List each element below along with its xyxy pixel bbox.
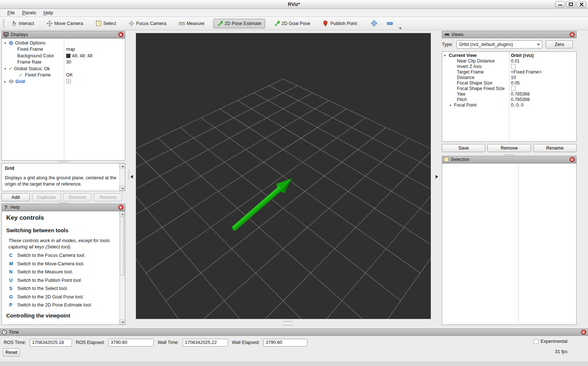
scroll-down-icon[interactable]: [120, 186, 125, 191]
scroll-down-icon[interactable]: [120, 319, 125, 324]
tool-measure[interactable]: Measure: [175, 19, 208, 28]
grid-enabled-checkbox[interactable]: [66, 79, 71, 84]
splitter-handle[interactable]: [283, 321, 292, 322]
tree-row-fixed-frame-status[interactable]: ✓ Fixed Frame OK: [2, 72, 125, 79]
displays-panel-header[interactable]: Displays: [1, 31, 125, 38]
view-type-dropdown[interactable]: Orbit (rviz_default_plugins): [457, 40, 542, 49]
help-close-icon[interactable]: [118, 205, 123, 210]
tree-row-focal-point[interactable]: ▸ Focal Point 0; 0; 0: [442, 102, 576, 108]
row-value[interactable]: 0.01: [511, 58, 520, 64]
views-close-icon[interactable]: [570, 32, 575, 37]
tree-row-focal-shape-size[interactable]: Focal Shape Size 0.05: [442, 80, 576, 86]
minimize-button[interactable]: [555, 1, 565, 7]
tree-row-global-options[interactable]: ▾ Global Options: [2, 40, 125, 46]
tool-select[interactable]: Select: [92, 19, 120, 28]
close-button[interactable]: [577, 1, 586, 7]
views-panel-header[interactable]: Views: [442, 31, 577, 38]
collapse-right-panel-icon[interactable]: [436, 173, 439, 181]
row-value[interactable]: <Fixed Frame>: [511, 69, 541, 75]
tool-2d-goal-pose[interactable]: 2D Goal Pose: [270, 19, 314, 28]
viewport-3d[interactable]: [136, 33, 431, 319]
reset-button[interactable]: Reset: [3, 348, 20, 356]
row-value[interactable]: 30: [66, 60, 71, 65]
tool-options-dropdown-icon[interactable]: [399, 28, 402, 29]
tree-row-frame-rate[interactable]: Frame Rate 30: [2, 59, 125, 66]
menu-panels[interactable]: Panels: [19, 10, 39, 16]
displays-tree[interactable]: ▾ Global Options Fixed Frame map Backgro…: [1, 38, 125, 161]
expander-icon[interactable]: ▾: [3, 67, 7, 71]
tree-row-global-status[interactable]: ▾ ✓ Global Status: Ok: [2, 65, 125, 72]
row-value[interactable]: 0.785398: [511, 92, 530, 97]
help-panel-header[interactable]: ? Help: [1, 204, 125, 211]
zero-button[interactable]: Zero: [546, 40, 573, 49]
splitter-handle[interactable]: [504, 154, 513, 155]
expander-icon[interactable]: ▸: [449, 103, 452, 107]
tool-focus-camera[interactable]: Focus Camera: [125, 19, 170, 28]
expander-icon[interactable]: ▾: [3, 41, 7, 45]
tree-row-near-clip[interactable]: Near Clip Distance 0.01: [442, 58, 576, 64]
tree-row-pitch[interactable]: Pitch 0.785398: [442, 97, 576, 102]
scroll-up-icon[interactable]: [120, 211, 125, 216]
menu-file[interactable]: File: [4, 10, 18, 16]
tree-row-distance[interactable]: Distance 10: [442, 75, 576, 80]
tool-2d-pose-estimate[interactable]: 2D Pose Estimate: [213, 19, 265, 28]
expander-icon[interactable]: ▾: [443, 54, 447, 57]
rename-button[interactable]: Rename: [94, 193, 122, 201]
row-value[interactable]: 10: [511, 75, 516, 80]
tree-row-fixed-frame[interactable]: Fixed Frame map: [2, 46, 125, 53]
expander-icon[interactable]: ▸: [3, 80, 7, 83]
splitter-handle[interactable]: [59, 202, 68, 203]
focal-shape-fixed-checkbox[interactable]: [511, 86, 516, 91]
tree-row-invert-z[interactable]: Invert Z Axis: [442, 64, 576, 69]
row-value[interactable]: map: [66, 47, 75, 52]
displays-close-icon[interactable]: [118, 32, 123, 37]
window-bottom-edge: [0, 362, 588, 366]
tool-move-camera[interactable]: Move Camera: [43, 19, 87, 28]
help-note: These controls work in all modes, except…: [8, 238, 118, 250]
selection-panel-header[interactable]: Selection: [442, 156, 577, 163]
wall-elapsed-field[interactable]: [263, 339, 307, 347]
toolbar-grip[interactable]: [3, 19, 4, 28]
save-button[interactable]: Save: [442, 144, 485, 152]
selection-content[interactable]: [442, 163, 577, 325]
row-value[interactable]: 0.785398: [511, 97, 530, 102]
remove-button[interactable]: Remove: [63, 193, 91, 201]
ros-elapsed-field[interactable]: [108, 339, 154, 347]
rename-button[interactable]: Rename: [533, 144, 577, 152]
wall-time-field[interactable]: [183, 339, 228, 347]
time-close-icon[interactable]: [581, 330, 586, 335]
scroll-thumb[interactable]: [120, 217, 125, 276]
tree-row-target-frame[interactable]: Target Frame <Fixed Frame>: [442, 69, 576, 75]
row-value[interactable]: 0.05: [511, 80, 520, 86]
selection-box-icon: [444, 157, 449, 162]
remove-tool-minus-icon[interactable]: [387, 22, 393, 25]
duplicate-button[interactable]: Duplicate: [32, 193, 61, 201]
scroll-up-icon[interactable]: [120, 164, 125, 169]
invert-z-checkbox[interactable]: [511, 64, 516, 69]
tree-row-yaw[interactable]: Yaw 0.785398: [442, 91, 576, 97]
tool-interact[interactable]: Interact: [7, 19, 38, 28]
selection-close-icon[interactable]: [570, 157, 575, 162]
time-panel-header[interactable]: Time: [0, 329, 588, 336]
maximize-button[interactable]: [566, 1, 576, 7]
tree-row-current-view[interactable]: ▾ Current View Orbit (rviz): [442, 53, 576, 58]
views-tree[interactable]: ▾ Current View Orbit (rviz) Near Clip Di…: [442, 51, 577, 142]
remove-button[interactable]: Remove: [487, 144, 531, 152]
add-tool-plus-icon[interactable]: [371, 20, 377, 26]
ros-time-field[interactable]: [30, 339, 72, 347]
experimental-checkbox[interactable]: [534, 339, 538, 344]
add-button[interactable]: Add: [1, 193, 30, 201]
help-scrollbar[interactable]: [119, 211, 125, 324]
row-label: Fixed Frame: [17, 47, 43, 52]
row-value[interactable]: 0; 0; 0: [511, 103, 523, 108]
description-scrollbar[interactable]: [119, 164, 125, 191]
menu-help[interactable]: Help: [40, 10, 56, 16]
tree-row-grid[interactable]: ▸ Grid: [2, 78, 125, 85]
splitter-handle[interactable]: [283, 325, 292, 326]
collapse-left-panel-icon[interactable]: [130, 173, 134, 181]
tree-row-background-color[interactable]: Background Color 48; 48; 48: [2, 53, 125, 59]
tree-row-focal-shape-fixed[interactable]: Focal Shape Fixed Size: [442, 86, 576, 91]
tool-label: Select: [103, 21, 116, 26]
splitter-handle[interactable]: [59, 161, 68, 162]
tool-publish-point[interactable]: Publish Point: [319, 19, 361, 28]
